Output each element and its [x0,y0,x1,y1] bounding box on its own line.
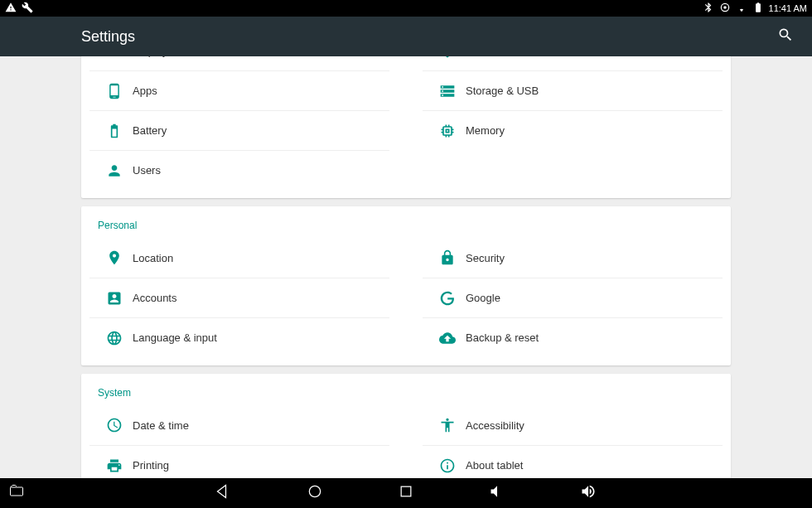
sync-icon [719,2,731,15]
memory-icon [429,123,466,139]
item-label: Security [466,252,505,264]
battery-icon [752,2,764,15]
item-location[interactable]: Location [89,238,389,278]
clock-icon [96,417,133,433]
cloud-icon [429,330,466,346]
status-bar: 11:41 AM [0,0,812,17]
wifi-icon [736,2,747,15]
card-device: Display Apps Battery Users [81,56,731,198]
item-about[interactable]: About tablet [423,445,723,478]
wrench-icon [22,2,33,15]
google-icon [429,290,466,307]
item-users[interactable]: Users [89,150,389,190]
content-scroll[interactable]: Display Apps Battery Users [0,56,812,478]
lock-icon [429,249,466,266]
item-apps[interactable]: Apps [89,70,389,110]
item-language[interactable]: Language & input [89,317,389,357]
item-label: Apps [133,85,157,97]
section-header-personal: Personal [81,206,731,238]
item-label: Date & time [133,419,189,432]
item-label: Google [466,292,500,304]
accessibility-icon [429,417,466,433]
item-label: Location [133,252,173,264]
item-datetime[interactable]: Date & time [89,405,389,445]
item-accounts[interactable]: Accounts [89,278,389,317]
battery-icon [96,123,133,139]
volume-down-button[interactable] [489,483,505,503]
status-time: 11:41 AM [769,3,807,13]
section-header-system: System [81,374,731,405]
location-icon [96,249,133,266]
warning-icon [5,2,17,15]
card-system: System Date & time Printing Accessib [81,374,731,478]
item-label: Users [133,164,161,177]
page-title: Settings [81,28,135,46]
item-memory[interactable]: Memory [423,110,723,150]
print-icon [96,457,133,474]
bluetooth-icon [703,2,714,15]
accounts-icon [96,290,133,307]
item-label: Memory [466,124,505,137]
item-security[interactable]: Security [423,238,723,278]
card-personal: Personal Location Accounts Language & in… [81,206,731,365]
apps-icon [96,83,133,99]
item-label: Storage & USB [466,85,539,97]
screenshot-button[interactable] [8,483,25,503]
back-button[interactable] [215,483,232,503]
navigation-bar [0,478,812,508]
item-accessibility[interactable]: Accessibility [423,405,723,445]
recent-button[interactable] [398,483,414,503]
item-label: Sound & notification [466,56,562,57]
language-icon [96,330,133,346]
item-backup[interactable]: Backup & reset [423,317,723,357]
display-icon [96,56,133,59]
item-label: About tablet [466,459,523,472]
info-icon [429,457,466,474]
item-label: Backup & reset [466,331,539,344]
item-display[interactable]: Display [89,56,389,70]
item-sound[interactable]: Sound & notification [423,56,723,70]
storage-icon [429,83,466,99]
item-label: Language & input [133,331,217,344]
item-google[interactable]: Google [423,278,723,317]
item-label: Accessibility [466,419,524,432]
item-storage[interactable]: Storage & USB [423,70,723,110]
item-label: Display [133,56,168,57]
volume-up-button[interactable] [580,483,597,503]
item-printing[interactable]: Printing [89,445,389,478]
bell-icon [429,56,466,59]
search-button[interactable] [777,27,794,46]
app-bar: Settings [0,17,812,56]
users-icon [96,162,133,179]
item-battery[interactable]: Battery [89,110,389,150]
item-label: Battery [133,124,167,137]
item-label: Accounts [133,292,176,304]
item-label: Printing [133,459,169,472]
home-button[interactable] [307,483,323,503]
